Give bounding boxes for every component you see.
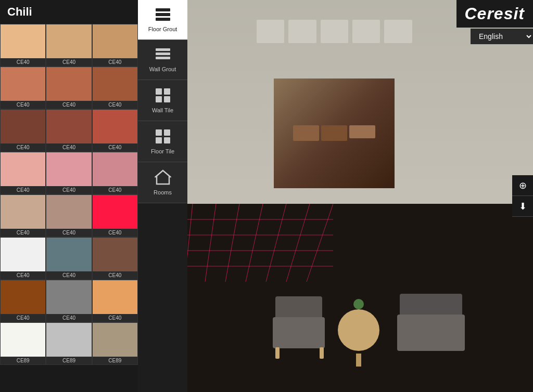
color-cell-23[interactable]: CE89 — [92, 322, 138, 365]
color-label: CE40 — [46, 58, 91, 66]
wall-grout-icon — [155, 47, 171, 64]
plant — [353, 299, 364, 309]
color-cell-5[interactable]: CE40 — [92, 67, 138, 109]
svg-rect-7 — [164, 88, 170, 95]
color-cell-7[interactable]: CE40 — [46, 109, 92, 152]
color-swatch — [1, 195, 45, 229]
color-label: CE40 — [93, 271, 137, 279]
color-cell-12[interactable]: CE40 — [0, 194, 46, 237]
fireplace-body — [274, 79, 395, 188]
logo-text: Ceresit — [465, 4, 525, 23]
left-panel: Chili CE40CE40CE40CE40CE40CE40CE40CE40CE… — [0, 0, 138, 392]
color-cell-11[interactable]: CE40 — [92, 152, 138, 194]
nav-item-rooms[interactable]: Rooms — [138, 162, 187, 203]
svg-rect-0 — [156, 8, 170, 11]
svg-line-22 — [246, 204, 263, 282]
color-swatch — [46, 152, 91, 186]
language-select[interactable]: EnglishDeutschFrançaisEspañolPolskiРусск… — [471, 29, 533, 44]
color-grid-wrapper[interactable]: CE40CE40CE40CE40CE40CE40CE40CE40CE40CE40… — [0, 24, 138, 392]
color-cell-6[interactable]: CE40 — [0, 109, 46, 152]
scene — [187, 0, 533, 392]
color-cell-19[interactable]: CE40 — [46, 280, 92, 322]
svg-rect-5 — [156, 57, 170, 59]
color-cell-21[interactable]: CE89 — [0, 322, 46, 365]
svg-rect-10 — [156, 129, 162, 136]
color-cell-1[interactable]: CE40 — [46, 24, 92, 67]
color-label: CE89 — [1, 357, 45, 364]
fp-block — [384, 20, 412, 43]
color-swatch — [1, 238, 45, 271]
panel-title: Chili — [0, 0, 138, 24]
download-button[interactable]: ⬇ — [512, 196, 533, 217]
color-label: CE40 — [46, 143, 91, 151]
color-swatch — [46, 280, 91, 314]
color-cell-20[interactable]: CE40 — [92, 280, 138, 322]
color-swatch — [1, 152, 45, 186]
fp-block — [288, 20, 316, 43]
color-swatch — [93, 152, 137, 186]
color-cell-8[interactable]: CE40 — [92, 109, 138, 152]
color-cell-18[interactable]: CE40 — [0, 280, 46, 322]
nav-label: Rooms — [154, 189, 172, 195]
color-label: CE40 — [46, 101, 91, 109]
color-label: CE40 — [93, 101, 137, 109]
color-label: CE40 — [1, 101, 45, 109]
nav-item-floor-tile[interactable]: Floor Tile — [138, 121, 187, 162]
header-bar: Ceresit EnglishDeutschFrançaisEspañolPol… — [456, 0, 534, 44]
svg-rect-9 — [164, 96, 170, 102]
chair-leg — [320, 347, 324, 359]
color-cell-15[interactable]: CE40 — [0, 237, 46, 280]
color-label: CE40 — [1, 314, 45, 322]
nav-item-floor-grout[interactable]: Floor Grout — [138, 0, 187, 40]
nav-item-wall-tile[interactable]: Wall Tile — [138, 80, 187, 121]
color-cell-14[interactable]: CE40 — [92, 194, 138, 237]
color-label: CE40 — [93, 58, 137, 66]
nav-item-wall-grout[interactable]: Wall Grout — [138, 40, 187, 80]
color-swatch — [46, 195, 91, 229]
color-swatch — [46, 67, 91, 101]
fp-block — [352, 20, 380, 43]
color-label: CE89 — [93, 357, 137, 364]
color-cell-9[interactable]: CE40 — [0, 152, 46, 194]
color-swatch — [93, 280, 137, 314]
zoom-button[interactable]: ⊕ — [512, 175, 533, 196]
svg-rect-6 — [156, 88, 162, 95]
svg-line-24 — [286, 204, 310, 282]
color-cell-22[interactable]: CE89 — [46, 322, 92, 365]
color-swatch — [1, 67, 45, 101]
zoom-icon: ⊕ — [519, 180, 527, 191]
color-label: CE40 — [46, 186, 91, 194]
svg-rect-12 — [156, 137, 162, 143]
svg-rect-13 — [164, 137, 170, 143]
floor-grout-icon — [155, 7, 171, 24]
chair-right — [392, 289, 470, 361]
table-leg — [356, 354, 361, 367]
color-cell-10[interactable]: CE40 — [46, 152, 92, 194]
color-cell-0[interactable]: CE40 — [0, 24, 46, 67]
fireplace-top — [257, 20, 412, 43]
color-cell-16[interactable]: CE40 — [46, 237, 92, 280]
nav-label: Wall Tile — [152, 107, 173, 113]
color-cell-3[interactable]: CE40 — [0, 67, 46, 109]
color-cell-17[interactable]: CE40 — [92, 237, 138, 280]
svg-line-21 — [225, 204, 239, 282]
color-cell-4[interactable]: CE40 — [46, 67, 92, 109]
color-label: CE40 — [1, 58, 45, 66]
color-swatch — [46, 110, 91, 143]
color-cell-13[interactable]: CE40 — [46, 194, 92, 237]
color-cell-2[interactable]: CE40 — [92, 24, 138, 67]
svg-line-23 — [266, 204, 286, 282]
fp-block — [257, 20, 284, 43]
color-label: CE40 — [1, 143, 45, 151]
wall-tile-icon — [155, 87, 171, 105]
color-swatch — [1, 24, 45, 58]
floor-grid-svg — [187, 204, 333, 282]
svg-rect-1 — [156, 13, 170, 16]
svg-rect-11 — [164, 129, 170, 136]
nav-label: Floor Tile — [151, 148, 174, 154]
color-label: CE40 — [1, 229, 45, 237]
chair-seat-right — [397, 315, 465, 351]
color-swatch — [1, 280, 45, 314]
color-swatch — [93, 67, 137, 101]
color-label: CE40 — [93, 229, 137, 237]
